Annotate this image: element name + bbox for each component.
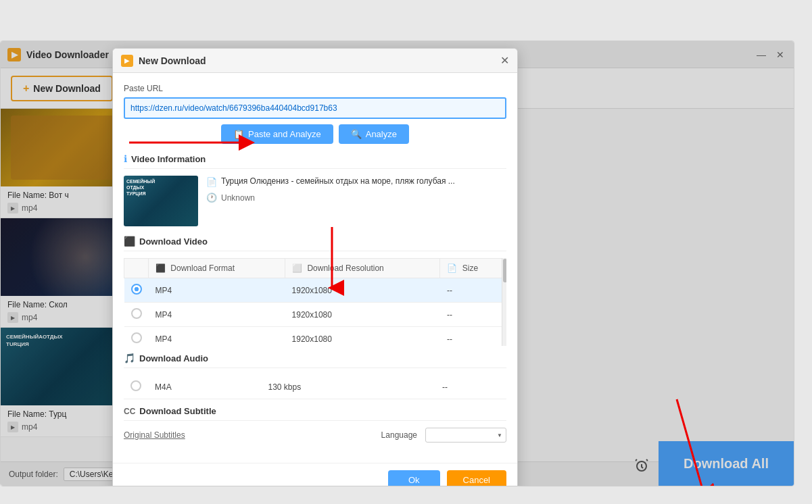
audio-format-cell: M4A [148,375,262,399]
dialog-icon: ▶ [121,55,133,67]
radio-cell [124,327,149,347]
col-format: ⬛ Download Format [149,259,285,278]
ok-button[interactable]: Ok [388,470,440,486]
format-cell: MP4 [149,278,285,303]
format-cell: MP4 [149,327,285,347]
col-resolution: ⬜ Download Resolution [285,259,440,278]
dialog-title-left: ▶ New Download [121,55,206,67]
duration-text: Unknown [221,193,255,203]
radio-selected [131,284,142,295]
radio-unselected [130,380,141,391]
download-video-section: ⬛ Download Video ⬛ Download Format [124,236,506,346]
video-title: Турция Олюдениз - семейных отдых на море… [221,176,455,187]
size-col-icon: 📄 [447,263,457,273]
table-row[interactable]: MP4 1920x1080 -- [124,303,506,327]
duration-icon: 🕐 [206,193,217,203]
dialog-titlebar: ▶ New Download ✕ [113,49,517,73]
table-row[interactable]: MP4 1920x1080 -- [124,278,506,303]
video-meta: 📄 Турция Олюдениз - семейных отдых на мо… [206,176,506,203]
download-video-icon: ⬛ [124,236,135,247]
resolution-col-icon: ⬜ [292,263,302,273]
audio-bitrate-cell: 130 kbps [262,375,436,399]
subtitle-icon: CC [124,407,135,416]
download-video-header: ⬛ Download Video [124,236,506,251]
format-table-container: ⬛ Download Format ⬜ Download Resolution … [124,258,506,346]
language-label: Language [381,430,417,440]
subtitle-row: Original Subtitles Language [124,428,506,443]
download-audio-title: Download Audio [139,353,208,363]
download-subtitle-header: CC Download Subtitle [124,406,506,421]
new-download-dialog: ▶ New Download ✕ Paste URL 📋 Paste and A… [112,48,518,486]
radio-cell [124,278,149,303]
download-subtitle-title: Download Subtitle [139,406,216,416]
audio-row[interactable]: M4A 130 kbps -- [124,375,506,399]
info-icon: ℹ [124,153,127,164]
video-thumbnail: СЕМЕЙНЫЙОТДЫХТУРЦИЯ [124,176,198,226]
video-title-row: 📄 Турция Олюдениз - семейных отдых на мо… [206,176,506,187]
size-cell: -- [440,327,506,347]
table-row[interactable]: MP4 1920x1080 -- [124,327,506,347]
video-duration-row: 🕐 Unknown [206,193,506,203]
format-col-label: Download Format [170,263,235,273]
col-size: 📄 Size [440,259,506,278]
language-select[interactable] [425,428,506,443]
size-col-label: Size [462,263,478,273]
audio-icon: 🎵 [124,353,135,363]
dialog-footer: Ok Cancel [113,463,517,486]
analyze-button[interactable]: 🔍 Analyze [339,124,409,144]
paste-analyze-label: Paste and Analyze [248,129,321,139]
url-label: Paste URL [124,84,506,93]
format-table: ⬛ Download Format ⬜ Download Resolution … [124,258,506,346]
resolution-cell: 1920x1080 [285,327,440,347]
url-section: Paste URL 📋 Paste and Analyze 🔍 Analyze [124,84,506,144]
size-cell: -- [440,278,506,303]
video-info-row: СЕМЕЙНЫЙОТДЫХТУРЦИЯ 📄 Турция Олюдениз - … [124,176,506,226]
download-video-title: Download Video [139,236,208,247]
radio-unselected [131,332,142,343]
analyze-label: Analyze [366,129,397,139]
download-audio-section: 🎵 Download Audio M4A 130 kbps -- [124,353,506,399]
format-col-icon: ⬛ [156,263,166,273]
download-audio-header: 🎵 Download Audio [124,353,506,368]
dialog-title: New Download [139,55,206,66]
dialog-body: Paste URL 📋 Paste and Analyze 🔍 Analyze [113,73,517,463]
radio-cell [124,303,149,327]
video-info-title: Video Information [131,154,206,164]
title-icon: 📄 [206,177,217,187]
cancel-button[interactable]: Cancel [447,470,506,486]
original-subtitles-link[interactable]: Original Subtitles [124,430,185,440]
language-select-wrapper [425,428,506,443]
video-thumb-text: СЕМЕЙНЫЙОТДЫХТУРЦИЯ [126,178,155,197]
paste-icon: 📋 [233,129,244,139]
format-cell: MP4 [149,303,285,327]
download-subtitle-section: CC Download Subtitle Original Subtitles … [124,406,506,443]
video-info-header: ℹ Video Information [124,153,506,169]
size-cell: -- [440,303,506,327]
dialog-close-button[interactable]: ✕ [500,54,509,67]
col-select [124,259,149,278]
radio-cell [124,375,148,399]
resolution-cell: 1920x1080 [285,303,440,327]
scrollbar-thumb [503,259,506,282]
radio-unselected [131,308,142,319]
audio-size-cell: -- [435,375,506,399]
resolution-col-label: Download Resolution [307,263,383,273]
paste-analyze-button[interactable]: 📋 Paste and Analyze [221,124,333,144]
url-input[interactable] [124,97,506,119]
resolution-cell: 1920x1080 [285,278,440,303]
scrollbar-track [502,258,506,346]
audio-table: M4A 130 kbps -- [124,375,506,399]
analyze-icon: 🔍 [351,129,362,139]
video-info-section: ℹ Video Information СЕМЕЙНЫЙОТДЫХТУРЦИЯ … [124,153,506,226]
url-buttons: 📋 Paste and Analyze 🔍 Analyze [124,124,506,144]
app-window: ▶ Video Downloader — ✕ + New Download 🗑 … [0,41,794,486]
